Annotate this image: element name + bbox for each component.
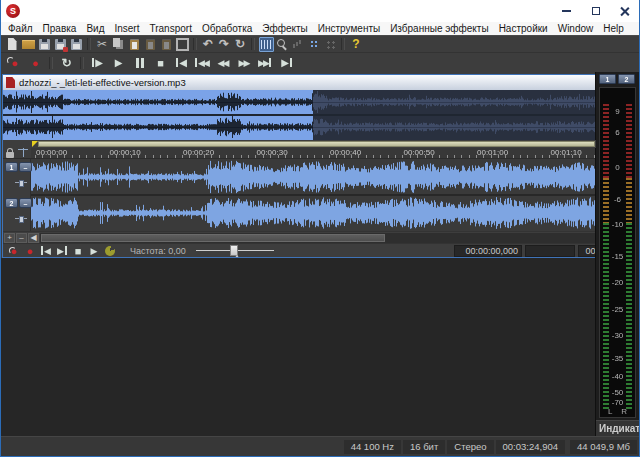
menu-item-5[interactable]: Обработка [197,22,257,35]
menu-item-0[interactable]: Файл [3,22,38,35]
go-to-end-button[interactable]: ▶ [55,245,70,257]
save-as-button[interactable] [53,37,68,52]
record-button[interactable]: ● [26,55,46,71]
play-all-button[interactable]: ▶ [88,55,108,71]
empty-workspace [1,258,595,436]
zoom-in-button[interactable]: + [4,233,15,243]
stop-button[interactable]: ■ [71,245,86,257]
menu-item-1[interactable]: Правка [38,22,82,35]
new-file-button[interactable] [5,37,20,52]
channel-1-fader[interactable] [15,180,27,185]
clipped-time-display[interactable]: 00: [578,245,596,257]
paste-mix-button[interactable] [159,37,174,52]
meter-view-button-1[interactable]: 1 [599,74,616,84]
minimize-button[interactable] [552,0,581,22]
ruler-label-7: 00:01:10 [551,148,582,157]
left-column: dzhozzi_-_leti-leti-effective-version.mp… [1,72,595,436]
overview-waveform-canvas[interactable] [3,90,596,140]
selection-time-display[interactable] [525,245,575,257]
go-to-previous-button[interactable]: ◀◀ [193,55,213,71]
main-waveform-canvas[interactable] [31,159,596,231]
stop-button[interactable]: ■ [151,55,171,71]
menu-item-3[interactable]: Insert [109,22,144,35]
channel-2-fader[interactable] [15,216,27,221]
loop-region-bar[interactable] [3,140,596,148]
repeat-button[interactable]: ↻ [233,37,248,52]
menu-item-4[interactable]: Transport [144,22,196,35]
menu-item-9[interactable]: Настройки [494,22,553,35]
save-button[interactable] [37,37,52,52]
maximize-button[interactable] [581,0,610,22]
menu-item-6[interactable]: Эффекты [257,22,312,35]
main-toolbar: ✂↶↷↻? [1,35,639,52]
meter-scale--15: -15 [600,253,635,261]
ruler-label-5: 00:00:50 [404,148,435,157]
loop-region[interactable] [38,141,595,147]
paste-special-button[interactable] [143,37,158,52]
channel-1-button[interactable]: 1 [5,162,18,172]
trim-crop-button[interactable] [175,37,190,52]
record-remote-button[interactable]: ● [5,55,25,71]
scrollbar-thumb[interactable] [41,234,385,242]
undo-button[interactable]: ↶ [201,37,216,52]
cut-button[interactable]: ✂ [95,37,110,52]
pause-button[interactable] [130,55,150,71]
channel-2-minimize-button[interactable]: – [19,198,32,208]
document-titlebar[interactable]: dzhozzi_-_leti-leti-effective-version.mp… [3,75,596,90]
record-button[interactable]: ● [23,245,38,257]
record-remote-button[interactable]: ● [7,245,22,257]
channel-1-minimize-button[interactable]: – [19,162,32,172]
frequency-label: Частота: 0,00 [130,246,186,256]
menu-item-7[interactable]: Инструменты [313,22,385,35]
meter-right-label: R [621,407,627,416]
menu-item-2[interactable]: Вид [81,22,109,35]
snap-grid-button[interactable] [307,37,322,52]
window-titlebar[interactable]: S [1,0,639,22]
rewind-button[interactable]: ◀◀ [214,55,234,71]
play-button[interactable]: ▶ [87,245,102,257]
fast-forward-button[interactable]: ▶▶ [235,55,255,71]
app-window: S ФайлПравкаВидInsertTransportОбработкаЭ… [0,0,640,457]
menu-item-11[interactable]: Help [598,22,629,35]
statistics-button[interactable] [291,37,306,52]
ruler-row: 00:00:0000:00:1000:00:2000:00:3000:00:40… [3,148,596,159]
save-all-button[interactable] [69,37,84,52]
status-sample-rate: 44 100 Hz [344,440,401,454]
scroll-left-button[interactable]: ◀ [28,233,39,243]
meter-scale--20: -20 [600,279,635,287]
play-looped-button[interactable] [103,245,118,257]
go-to-start-button[interactable]: ◀ [39,245,54,257]
zoom-out-button[interactable]: – [16,233,27,243]
time-ruler[interactable]: 00:00:0000:00:1000:00:2000:00:3000:00:40… [31,148,596,158]
waveform-row: 1 – 2 – [3,159,596,231]
meter-view-button-2[interactable]: 2 [618,74,635,84]
waveform-display-button[interactable] [259,37,274,52]
level-meter[interactable]: L R 960-6-10-15-20-25-30-35-40-50-70 [599,87,636,418]
redo-button[interactable]: ↷ [217,37,232,52]
meter-scale--70: -70 [600,399,635,407]
meter-panel-title[interactable]: Индикатор [596,420,639,436]
go-to-next-button[interactable]: ▶▶ [256,55,276,71]
copy-button[interactable] [111,37,126,52]
scales-icon[interactable] [18,148,28,158]
go-to-start-button[interactable]: ◀ [172,55,192,71]
toolbar-separator [341,38,345,50]
go-to-end-button[interactable]: ▶ [277,55,297,71]
lock-icon[interactable] [6,152,14,158]
edit-nodes-button[interactable] [323,37,338,52]
paste-button[interactable] [127,37,142,52]
open-folder-button[interactable] [21,37,36,52]
loop-playback-button[interactable]: ↻ [57,55,77,71]
ruler-label-0: 00:00:00 [36,148,67,157]
scrub-slider[interactable] [196,245,274,257]
close-button[interactable] [610,0,639,22]
menu-item-10[interactable]: Window [553,22,599,35]
play-button[interactable]: ▶ [109,55,129,71]
horizontal-scrollbar[interactable] [40,233,595,243]
zoom-tool-button[interactable] [275,37,290,52]
app-logo-icon[interactable]: S [6,4,20,18]
channel-2-button[interactable]: 2 [5,198,18,208]
cursor-time-display[interactable]: 00:00:00,000 [454,245,522,257]
menu-item-8[interactable]: Избранные эффекты [385,22,493,35]
context-help-button[interactable]: ? [349,37,364,52]
